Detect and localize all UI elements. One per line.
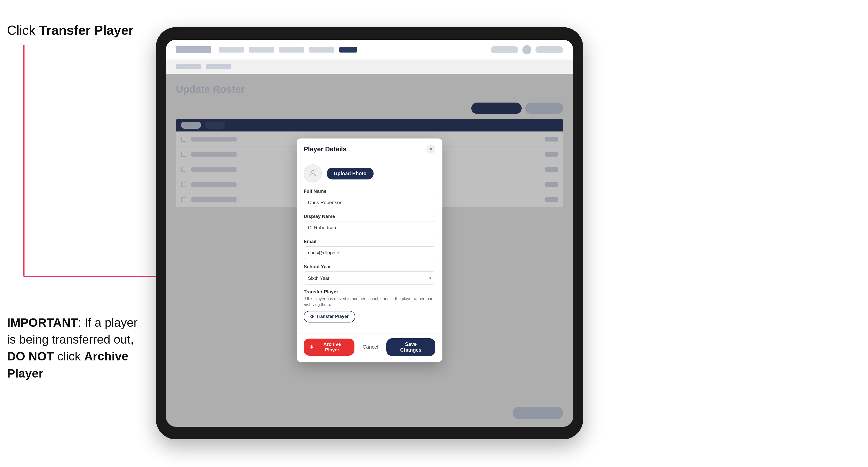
save-changes-button[interactable]: Save Changes: [386, 338, 435, 356]
upload-photo-button[interactable]: Upload Photo: [327, 168, 374, 180]
photo-section: Upload Photo: [304, 164, 435, 183]
sub-nav: [166, 60, 573, 74]
transfer-section: Transfer Player If this player has moved…: [304, 289, 435, 322]
full-name-label: Full Name: [304, 188, 435, 194]
svg-point-3: [311, 170, 314, 174]
transfer-player-button-label: Transfer Player: [316, 314, 349, 319]
nav-link-teams[interactable]: [249, 47, 274, 53]
email-label: Email: [304, 239, 435, 244]
tablet-device: Update Roster: [156, 27, 583, 439]
archive-icon: ⬇: [310, 344, 314, 350]
modal-header: Player Details ×: [297, 138, 442, 158]
school-year-select[interactable]: First Year Second Year Third Year Fourth…: [304, 272, 435, 284]
app-logo: [176, 46, 211, 53]
nav-link-stats[interactable]: [309, 47, 334, 53]
modal-overlay: Player Details ×: [166, 74, 573, 427]
full-name-group: Full Name: [304, 188, 435, 209]
archive-player-label: Archive Player: [316, 342, 348, 353]
transfer-player-button[interactable]: ⟳ Transfer Player: [304, 311, 355, 322]
nav-link-players[interactable]: [279, 47, 304, 53]
transfer-player-description: If this player has moved to another scho…: [304, 296, 435, 307]
nav-links: [219, 47, 483, 53]
tablet-screen: Update Roster: [166, 40, 573, 427]
main-content: Update Roster: [166, 74, 573, 427]
cancel-button[interactable]: Cancel: [359, 341, 382, 353]
full-name-input[interactable]: [304, 196, 435, 209]
nav-avatar[interactable]: [522, 45, 531, 54]
instruction-top: Click Transfer Player: [7, 23, 133, 38]
nav-link-dashboard[interactable]: [219, 47, 244, 53]
school-year-group: School Year First Year Second Year Third…: [304, 264, 435, 284]
app-navbar: [166, 40, 573, 60]
transfer-icon: ⟳: [310, 314, 314, 319]
modal-close-button[interactable]: ×: [426, 145, 435, 154]
email-group: Email: [304, 239, 435, 259]
nav-user-btn[interactable]: [535, 46, 563, 53]
instruction-prefix: Click: [7, 23, 39, 37]
important-label: IMPORTANT: [7, 316, 78, 329]
sub-nav-breadcrumb: [176, 64, 201, 69]
user-icon: [308, 169, 317, 178]
archive-player-button[interactable]: ⬇ Archive Player: [304, 339, 354, 356]
modal-title: Player Details: [304, 145, 347, 153]
bottom-text2: click: [54, 350, 84, 363]
transfer-player-label: Transfer Player: [304, 289, 435, 294]
email-input[interactable]: [304, 246, 435, 259]
nav-action-btn[interactable]: [491, 46, 518, 53]
modal-footer: ⬇ Archive Player Cancel Save Changes: [297, 334, 442, 362]
school-year-select-wrapper: First Year Second Year Third Year Fourth…: [304, 272, 435, 284]
modal-body: Upload Photo Full Name Display Name: [297, 158, 442, 334]
player-details-modal: Player Details ×: [297, 138, 442, 362]
do-not-label: DO NOT: [7, 350, 54, 363]
display-name-group: Display Name: [304, 214, 435, 234]
nav-link-roster[interactable]: [339, 47, 357, 53]
display-name-label: Display Name: [304, 214, 435, 219]
close-icon: ×: [430, 147, 432, 152]
instruction-bottom: IMPORTANT: If a player is being transfer…: [7, 314, 148, 382]
photo-avatar: [304, 164, 322, 183]
sub-nav-item2[interactable]: [206, 64, 231, 69]
instruction-bold: Transfer Player: [39, 23, 133, 37]
display-name-input[interactable]: [304, 221, 435, 234]
nav-right: [491, 45, 563, 54]
school-year-label: School Year: [304, 264, 435, 270]
